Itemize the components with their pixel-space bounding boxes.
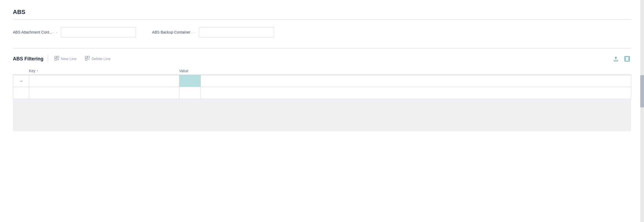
expand-button[interactable]: [623, 55, 631, 63]
table-row: [13, 87, 631, 99]
attachment-dots: · ·: [53, 30, 58, 34]
delete-line-button[interactable]: Delete Line: [83, 55, 113, 63]
svg-rect-2: [55, 59, 57, 60]
table-header: Key ↑ Value: [13, 67, 631, 75]
fields-row: ABS Attachment Cont... · · ABS Backup Co…: [13, 27, 631, 37]
svg-rect-5: [85, 56, 87, 58]
table-row: →: [13, 75, 631, 87]
section-divider: [13, 48, 631, 48]
svg-rect-6: [88, 56, 90, 58]
filtering-left: ABS Filtering New Line: [13, 55, 113, 63]
filtering-right: [612, 55, 631, 63]
expand-icon: [624, 56, 630, 62]
row-value-cell[interactable]: [201, 75, 631, 87]
backup-field-group: ABS Backup Container · ·: [152, 27, 274, 37]
row-highlight-cell[interactable]: [179, 75, 201, 87]
filtering-title: ABS Filtering: [13, 56, 43, 62]
new-line-icon: [54, 56, 59, 62]
new-line-label: New Line: [61, 57, 76, 61]
filtering-vertical-divider: [48, 55, 48, 63]
svg-rect-0: [55, 56, 57, 58]
row-value-cell[interactable]: [201, 87, 631, 99]
svg-rect-1: [57, 56, 59, 58]
row-arrow-empty: [13, 87, 29, 99]
filtering-table: Key ↑ Value →: [13, 67, 631, 99]
svg-rect-10: [625, 56, 630, 61]
row-empty-cell[interactable]: [179, 87, 201, 99]
scrollbar-thumb[interactable]: [640, 75, 644, 107]
attachment-label: ABS Attachment Cont... · ·: [13, 30, 58, 34]
delete-line-label: Delete Line: [91, 57, 110, 61]
section-title: ABS: [13, 9, 631, 20]
svg-rect-7: [85, 59, 87, 60]
col-key-header: Key ↑: [29, 69, 179, 73]
backup-dots: · ·: [191, 30, 196, 34]
delete-line-icon: [85, 56, 90, 62]
scrollbar-track[interactable]: [640, 0, 644, 222]
export-icon: [613, 56, 619, 62]
export-button[interactable]: [612, 55, 620, 63]
col-value-header: Value: [179, 69, 631, 73]
new-line-button[interactable]: New Line: [52, 55, 79, 63]
footer-area: [13, 99, 631, 131]
row-arrow-icon: →: [13, 75, 29, 87]
row-key-cell[interactable]: [29, 87, 179, 99]
backup-label: ABS Backup Container · ·: [152, 30, 196, 34]
attachment-input[interactable]: [61, 27, 136, 37]
table-body: →: [13, 75, 631, 99]
row-key-cell[interactable]: [29, 75, 179, 87]
backup-input[interactable]: [199, 27, 274, 37]
attachment-field-group: ABS Attachment Cont... · ·: [13, 27, 136, 37]
filtering-header: ABS Filtering New Line: [13, 55, 631, 63]
sort-arrow-icon: ↑: [36, 69, 38, 73]
